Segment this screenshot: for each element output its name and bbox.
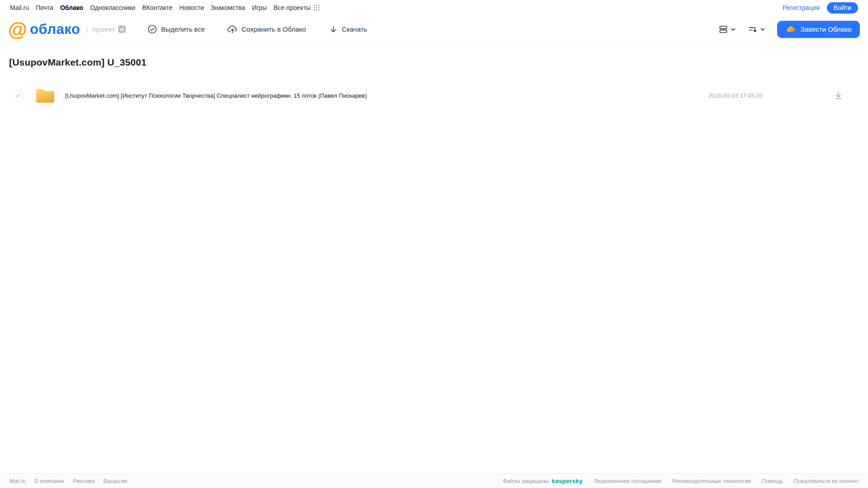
brand-name: облако — [30, 21, 80, 38]
all-projects-label: Все проекты — [274, 4, 311, 11]
file-name[interactable]: [UsupovMarket.com] [Институт Психологии … — [65, 92, 367, 99]
save-to-cloud-button[interactable]: Сохранить в Облако — [228, 24, 306, 34]
view-mode-dropdown[interactable] — [718, 24, 736, 34]
header-bar: @ облако | проект vk Выделить все Сохран… — [0, 15, 868, 43]
portal-link-vkontakte[interactable]: ВКонтакте — [142, 4, 172, 11]
registration-link[interactable]: Регистрация — [783, 4, 820, 11]
login-button[interactable]: Войти — [827, 2, 858, 14]
main-content: [UsupovMarket.com] U_35001 [UsupovMarket… — [0, 57, 868, 107]
grid-menu-icon — [313, 5, 320, 11]
select-all-button[interactable]: Выделить все — [147, 24, 205, 34]
footer-link-license[interactable]: Лицензионное соглашение — [593, 478, 661, 484]
create-cloud-label: Завести Облако — [801, 25, 851, 33]
portal-link-games[interactable]: Игры — [252, 4, 267, 11]
cloud-logo[interactable]: @ облако | проект vk — [8, 20, 147, 38]
folder-icon — [35, 87, 55, 104]
footer-link-help[interactable]: Помощь — [762, 478, 783, 484]
vk-badge-icon: vk — [118, 25, 126, 33]
footer-link-jobs[interactable]: Вакансии — [103, 478, 127, 484]
portal-link-odnoklassniki[interactable]: Одноклассники — [90, 4, 135, 11]
list-view-icon — [718, 24, 728, 34]
row-download-button[interactable] — [834, 91, 843, 100]
page-title: [UsupovMarket.com] U_35001 — [9, 57, 859, 68]
check-icon — [15, 92, 21, 99]
cloud-icon — [786, 24, 796, 34]
chevron-down-icon — [730, 27, 736, 32]
footer-link-report-content[interactable]: Пожаловаться на контент — [794, 478, 859, 484]
save-to-cloud-label: Сохранить в Облако — [242, 25, 306, 33]
kaspersky-logo[interactable]: kaspersky — [551, 478, 583, 484]
select-all-label: Выделить все — [161, 25, 205, 33]
kaspersky-protection: Файлы защищены kaspersky — [503, 478, 583, 484]
create-cloud-button[interactable]: Завести Облако — [777, 21, 860, 38]
portal-link-all-projects[interactable]: Все проекты — [274, 4, 320, 11]
portal-nav: Mail.ru Почта Облако Одноклассники ВКонт… — [0, 0, 868, 15]
portal-link-dating[interactable]: Знакомства — [211, 4, 245, 11]
portal-link-mailru[interactable]: Mail.ru — [10, 4, 29, 11]
sort-icon — [748, 24, 758, 34]
sort-dropdown[interactable] — [748, 24, 765, 34]
cloud-upload-icon — [228, 24, 237, 34]
footer: Mail.ru О компании Реклама Вакансии Файл… — [0, 474, 868, 488]
download-label: Скачать — [342, 25, 367, 33]
download-button[interactable]: Скачать — [329, 25, 367, 34]
protected-label: Файлы защищены — [503, 478, 549, 484]
footer-link-about[interactable]: О компании — [34, 478, 64, 484]
divider: | — [86, 25, 88, 33]
portal-link-news[interactable]: Новости — [180, 4, 204, 11]
row-checkbox[interactable] — [12, 89, 24, 102]
file-row[interactable]: [UsupovMarket.com] [Институт Психологии … — [9, 84, 859, 107]
check-circle-icon — [147, 24, 157, 34]
mailru-at-icon: @ — [8, 20, 27, 38]
chevron-down-icon — [760, 27, 765, 32]
download-icon — [329, 25, 338, 34]
footer-link-ads[interactable]: Реклама — [73, 478, 95, 484]
footer-link-mailru[interactable]: Mail.ru — [9, 478, 26, 484]
project-label: проект — [92, 25, 115, 33]
file-toolbar: Выделить все Сохранить в Облако Скачать — [147, 24, 367, 34]
portal-link-mail[interactable]: Почта — [36, 4, 53, 11]
file-modified-date: 2018-09-03 17:45:00 — [708, 92, 763, 99]
footer-link-recommendation-tech[interactable]: Рекомендательные технологии — [673, 478, 751, 484]
portal-link-cloud[interactable]: Облако — [60, 4, 83, 11]
download-icon — [834, 91, 843, 100]
